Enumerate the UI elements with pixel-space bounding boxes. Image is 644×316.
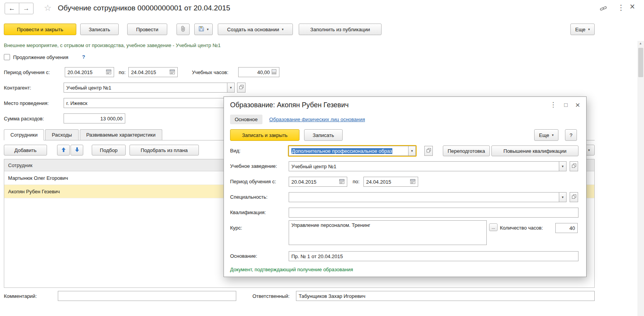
- modal-more-button[interactable]: Еще ▾: [534, 129, 558, 141]
- chevron-down-icon: ▾: [282, 28, 284, 31]
- contractor-value: Учебный центр №1: [66, 85, 111, 91]
- institution-open-button[interactable]: [570, 161, 578, 171]
- specialty-dropdown-button[interactable]: ▾: [559, 192, 567, 202]
- save-template-split-button[interactable]: ▾: [194, 24, 213, 35]
- vertical-scrollbar[interactable]: ▲: [637, 41, 644, 316]
- pick-from-plan-button[interactable]: Подобрать из плана: [129, 145, 199, 155]
- upskilling-button[interactable]: Повышение квалификации: [491, 145, 578, 156]
- contractor-open-button[interactable]: [237, 83, 245, 93]
- specialty-input[interactable]: [289, 192, 559, 202]
- modal-close-icon[interactable]: ×: [575, 101, 580, 109]
- move-up-button[interactable]: [57, 145, 70, 155]
- institution-label: Учебное заведение:: [230, 163, 277, 169]
- modal-hours-label: Количество часов:: [500, 225, 543, 231]
- institution-field: Учебный центр №1 ▾: [289, 161, 567, 171]
- modal-period-label: Период обучения с:: [230, 179, 276, 184]
- course-textarea[interactable]: Управление персоналом. Тренинг: [289, 220, 487, 245]
- contractor-dropdown-button[interactable]: ▾: [227, 83, 235, 93]
- forward-icon: →: [23, 5, 30, 12]
- kind-input[interactable]: Дополнительное профессиональное образ: [289, 146, 409, 156]
- post-and-close-button[interactable]: Провести и закрыть: [4, 24, 76, 35]
- ellipsis-icon: ...: [491, 225, 495, 230]
- basis-input[interactable]: Пр. № 1 от 20.04.2015: [289, 251, 578, 261]
- scrollbar-thumb[interactable]: [638, 48, 643, 77]
- comment-input[interactable]: [58, 291, 236, 301]
- help-icon[interactable]: ?: [82, 54, 85, 60]
- fill-from-publication-button[interactable]: Заполнить из публикации: [299, 24, 382, 35]
- modal-hours-input[interactable]: 40: [555, 223, 578, 233]
- tab-employees-label: Сотрудники: [10, 132, 37, 138]
- course-value: Управление персоналом. Тренинг: [291, 222, 370, 228]
- institution-dropdown-button[interactable]: ▾: [559, 161, 567, 171]
- window-menu-icon[interactable]: ⋮: [617, 4, 625, 11]
- course-choose-button[interactable]: ...: [489, 223, 498, 231]
- qualification-input[interactable]: [289, 208, 578, 218]
- basis-label: Основание:: [230, 253, 257, 259]
- modal-period-to-input[interactable]: 24.04.2015: [363, 177, 418, 187]
- chevron-down-icon: ▾: [230, 86, 232, 90]
- institution-input[interactable]: Учебный центр №1: [289, 161, 559, 171]
- chevron-down-icon: ▾: [588, 149, 590, 152]
- specialty-field: ▾: [289, 192, 567, 202]
- kind-dropdown-button[interactable]: ▾: [408, 146, 416, 156]
- period-to-input[interactable]: 24.04.2015: [128, 67, 178, 77]
- modal-write-and-close-button[interactable]: Записать и закрыть: [230, 129, 299, 141]
- calendar-icon[interactable]: [170, 69, 175, 76]
- specialty-open-button[interactable]: [570, 192, 578, 202]
- kind-open-button[interactable]: [424, 146, 433, 156]
- create-based-on-label: Создать на основании: [227, 27, 279, 32]
- window-close-icon[interactable]: ×: [630, 2, 635, 11]
- modal-menu-icon[interactable]: ⋮: [550, 101, 557, 108]
- calendar-icon[interactable]: [106, 69, 111, 76]
- pick-button[interactable]: Подбор: [92, 145, 126, 155]
- calculator-icon[interactable]: [271, 69, 277, 76]
- continuation-checkbox[interactable]: [4, 54, 10, 60]
- write-button[interactable]: Записать: [80, 24, 119, 35]
- fill-from-publication-label: Заполнить из публикации: [310, 27, 370, 32]
- calendar-icon[interactable]: [410, 179, 415, 185]
- modal-help-button[interactable]: ?: [565, 129, 577, 141]
- modal-nav: Основное Образование физических лиц осно…: [230, 115, 365, 124]
- get-link-icon[interactable]: [600, 5, 607, 13]
- open-icon: [572, 194, 577, 200]
- period-from-input[interactable]: 20.04.2015: [65, 67, 114, 77]
- retraining-button[interactable]: Переподготовка: [443, 145, 490, 156]
- comment-label: Комментарий:: [4, 293, 37, 299]
- modal-write-button[interactable]: Записать: [304, 129, 343, 141]
- hours-input[interactable]: 40,00: [238, 67, 279, 77]
- post-and-close-label: Провести и закрыть: [17, 27, 63, 32]
- tab-expenses[interactable]: Расходы: [45, 129, 78, 140]
- calendar-icon[interactable]: [339, 179, 345, 185]
- page-title: Обучение сотрудников 00000000001 от 20.0…: [58, 4, 230, 12]
- confirming-document-link[interactable]: Документ, подтверждающий получение образ…: [230, 267, 353, 272]
- paperclip-icon: [180, 25, 186, 33]
- education-basis-link[interactable]: Образование физических лиц основания: [269, 117, 365, 122]
- favorite-star-icon[interactable]: ☆: [44, 3, 52, 13]
- attachments-button[interactable]: [177, 24, 190, 35]
- employee-name: Акопян Рубен Гезевич: [8, 189, 60, 194]
- tab-main[interactable]: Основное: [230, 115, 262, 124]
- tab-characteristics[interactable]: Развиваемые характеристики: [80, 129, 162, 140]
- scroll-up-icon[interactable]: ▲: [639, 42, 642, 45]
- responsible-input[interactable]: Табунщиков Захар Игоревич: [296, 291, 595, 301]
- add-employee-button[interactable]: Добавить: [4, 145, 47, 155]
- amount-input[interactable]: 13 000,00: [64, 113, 125, 123]
- modal-maximize-icon[interactable]: □: [564, 102, 568, 108]
- tab-expenses-label: Расходы: [52, 132, 72, 138]
- tab-employees[interactable]: Сотрудники: [4, 129, 44, 140]
- modal-period-from-input[interactable]: 20.04.2015: [289, 177, 347, 187]
- more-label: Еще: [575, 27, 585, 32]
- more-button[interactable]: Еще ▾: [570, 24, 595, 35]
- modal-more-label: Еще: [539, 132, 549, 138]
- responsible-value: Табунщиков Захар Игоревич: [299, 293, 365, 299]
- move-down-button[interactable]: [71, 145, 83, 155]
- arrow-up-icon: [61, 147, 66, 154]
- back-button[interactable]: ←: [5, 3, 19, 14]
- specialty-label: Специальность:: [230, 194, 267, 200]
- modal-write-label: Записать: [313, 132, 334, 138]
- create-based-on-button[interactable]: Создать на основании ▾: [218, 24, 293, 35]
- post-button[interactable]: Провести: [127, 24, 167, 35]
- contractor-input[interactable]: Учебный центр №1: [64, 83, 227, 93]
- hours-value: 40,00: [257, 69, 270, 75]
- forward-button[interactable]: →: [19, 3, 34, 14]
